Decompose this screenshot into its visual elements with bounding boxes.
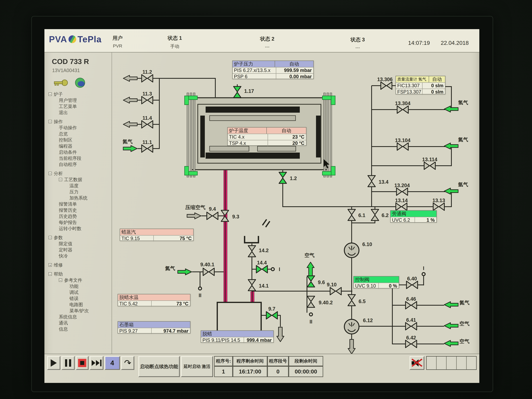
sidebar-item-0[interactable]: −炉子 bbox=[44, 91, 112, 97]
sidebar-item-12[interactable]: −分析 bbox=[44, 170, 112, 177]
stop-button[interactable] bbox=[76, 356, 89, 370]
valve-6.41[interactable] bbox=[405, 322, 417, 330]
sidebar-item-9[interactable]: 启动条件 bbox=[44, 149, 112, 155]
valve-6.1[interactable] bbox=[347, 209, 356, 221]
valve-6.5[interactable] bbox=[347, 294, 356, 306]
sidebar-item-32[interactable]: 电路图 bbox=[44, 302, 112, 308]
play-button[interactable] bbox=[47, 356, 60, 370]
valve-9.7[interactable] bbox=[266, 311, 278, 320]
sidebar-item-33[interactable]: 菜单/炉次 bbox=[44, 308, 112, 314]
sidebar-item-14[interactable]: 温度 bbox=[44, 183, 112, 189]
valve-9.4[interactable] bbox=[206, 212, 219, 220]
valve-11.4[interactable] bbox=[141, 120, 153, 129]
sidebar-item-1[interactable]: 用户管理 bbox=[44, 97, 112, 103]
sidebar-item-34[interactable]: 系统信息 bbox=[44, 314, 112, 320]
return-button[interactable]: ↷ bbox=[121, 356, 134, 370]
sidebar-item-8[interactable]: 编程器 bbox=[44, 143, 112, 149]
valve-13.306[interactable] bbox=[380, 81, 393, 90]
sidebar-item-23[interactable]: 限定值 bbox=[44, 241, 112, 247]
sidebar-item-36[interactable]: 信息 bbox=[44, 326, 112, 332]
valve-14.4[interactable] bbox=[256, 265, 268, 273]
valve-6.46[interactable] bbox=[405, 301, 417, 310]
sidebar-item-6[interactable]: 总览 bbox=[44, 131, 112, 137]
valve-6.42[interactable] bbox=[405, 340, 417, 348]
valve-6.2[interactable] bbox=[371, 209, 379, 221]
valve-13.4[interactable] bbox=[367, 175, 376, 187]
valve-11.3[interactable] bbox=[141, 96, 153, 104]
valve-13.304[interactable] bbox=[397, 105, 409, 114]
box-furnace_pressure-mode[interactable]: 自动 bbox=[275, 61, 313, 67]
valve-9.40.1[interactable] bbox=[203, 268, 215, 276]
tree-expander-icon[interactable]: − bbox=[48, 236, 52, 239]
valve-13.204[interactable] bbox=[396, 187, 408, 196]
valve-1.2[interactable] bbox=[279, 172, 287, 184]
skip-button[interactable] bbox=[90, 356, 103, 370]
valve-14.2[interactable] bbox=[248, 245, 256, 257]
sidebar-item-5[interactable]: 手动操作 bbox=[44, 125, 112, 131]
diagram-label: 13.114 bbox=[422, 157, 437, 162]
tree-expander-icon[interactable]: − bbox=[59, 278, 62, 282]
sidebar-item-15[interactable]: 压力 bbox=[44, 189, 112, 195]
sidebar-item-22[interactable]: −参数 bbox=[44, 234, 112, 241]
delayed-start-button[interactable]: 延时启动 激活 bbox=[181, 356, 213, 377]
sidebar-item-11[interactable]: 自动程序 bbox=[44, 161, 112, 167]
diagram-label: 氮气 bbox=[459, 299, 469, 306]
tree-expander-icon[interactable]: − bbox=[48, 92, 52, 96]
sidebar-item-29[interactable]: 功能 bbox=[44, 283, 112, 289]
valve-14.1[interactable] bbox=[248, 279, 256, 291]
sidebar-item-26[interactable]: +维修 bbox=[44, 262, 112, 268]
sidebar-item-label: 报警历史 bbox=[59, 207, 77, 213]
sidebar-item-13[interactable]: −工艺数据 bbox=[44, 177, 112, 183]
pump-6.10[interactable] bbox=[343, 242, 360, 259]
valve-9.6[interactable] bbox=[307, 275, 315, 288]
pause-button[interactable] bbox=[61, 356, 75, 370]
port-circle bbox=[422, 272, 426, 276]
sidebar-item-7[interactable]: 控制区 bbox=[44, 137, 112, 143]
sidebar-item-25[interactable]: 快冷 bbox=[44, 253, 112, 259]
valve-9.10[interactable] bbox=[329, 287, 342, 295]
pipe-line bbox=[351, 222, 375, 223]
sidebar-item-2[interactable]: 工艺菜单 bbox=[44, 103, 112, 109]
valve-13.104[interactable] bbox=[397, 142, 409, 151]
valve-13.14[interactable] bbox=[395, 203, 407, 211]
sidebar-item-20[interactable]: 每炉报告 bbox=[44, 219, 112, 225]
valve-13.13[interactable] bbox=[433, 203, 445, 211]
box-mass_flow-mode[interactable]: 自动 bbox=[429, 76, 445, 82]
flow-arrow-exhaust-outlet bbox=[276, 327, 284, 342]
box-furnace_temp-mode[interactable]: 自动 bbox=[266, 127, 306, 134]
valve-1.17[interactable] bbox=[233, 86, 241, 98]
sidebar-item-24[interactable]: 定时器 bbox=[44, 247, 112, 253]
diagram-label: 11.1 bbox=[142, 139, 152, 145]
pump-6.12[interactable] bbox=[343, 318, 360, 335]
sidebar-item-31[interactable]: 错误 bbox=[44, 295, 112, 302]
tree-expander-icon[interactable]: − bbox=[48, 272, 52, 276]
valve-6.40[interactable] bbox=[406, 281, 418, 289]
tree-expander-icon[interactable]: − bbox=[48, 172, 52, 175]
sidebar-item-16[interactable]: 加热系统 bbox=[44, 195, 112, 201]
sidebar-item-10[interactable]: 当前程序段 bbox=[44, 155, 112, 161]
valve-9.40.2[interactable] bbox=[307, 296, 315, 308]
sidebar-item-27[interactable]: −帮助 bbox=[44, 271, 112, 277]
sidebar-item-30[interactable]: 调试 bbox=[44, 289, 112, 295]
tree-expander-icon[interactable]: − bbox=[48, 120, 52, 123]
resume-heating-button[interactable]: 启动断点续热功能 bbox=[138, 356, 180, 377]
furnace-heater-bottom bbox=[206, 152, 300, 159]
flow-arrow-argon-inlet bbox=[444, 188, 458, 195]
sidebar-item-label: 当前程序段 bbox=[59, 155, 81, 161]
sidebar-item-21[interactable]: 运转小时数 bbox=[44, 225, 112, 232]
valve-11.1[interactable] bbox=[141, 144, 153, 153]
valve-11.2[interactable] bbox=[141, 74, 153, 82]
sidebar-item-18[interactable]: 报警历史 bbox=[44, 207, 112, 213]
valve-9.3[interactable] bbox=[221, 210, 229, 222]
mute-alarm-button[interactable] bbox=[410, 356, 424, 370]
sidebar-item-4[interactable]: −操作 bbox=[44, 119, 112, 125]
tree-expander-icon[interactable]: + bbox=[48, 263, 52, 267]
valve-13.114[interactable] bbox=[424, 161, 436, 170]
sidebar-item-28[interactable]: −参考文件 bbox=[44, 277, 112, 283]
sidebar-item-19[interactable]: 历史趋势 bbox=[44, 213, 112, 219]
step-count-button[interactable]: 4 bbox=[105, 356, 120, 370]
sidebar-item-17[interactable]: 报警清单 bbox=[44, 201, 112, 207]
tree-expander-icon[interactable]: − bbox=[59, 178, 62, 181]
sidebar-item-35[interactable]: 通讯 bbox=[44, 320, 112, 326]
sidebar-item-3[interactable]: 退出 bbox=[44, 109, 112, 116]
